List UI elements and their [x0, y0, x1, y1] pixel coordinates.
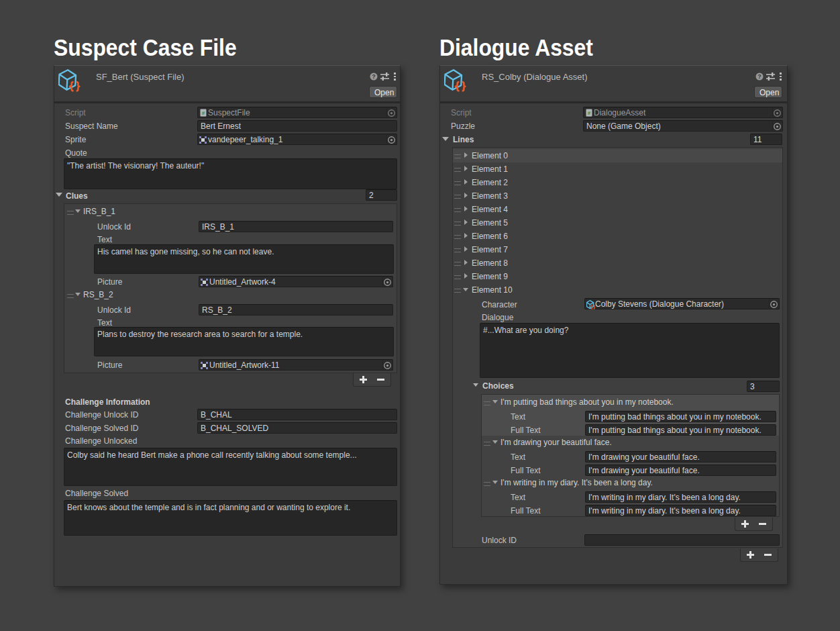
svg-text:#: # — [588, 110, 591, 116]
svg-text:?: ? — [757, 73, 762, 80]
svg-text:#: # — [202, 110, 205, 116]
svg-text:?: ? — [372, 73, 376, 80]
